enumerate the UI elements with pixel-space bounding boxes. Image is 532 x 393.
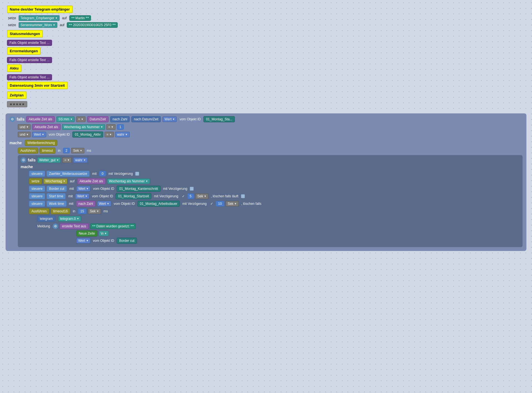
ausfuhren-label-1: Ausführen (18, 148, 38, 154)
label-telegram-empfanger: Name des/der Telegram empfänger (7, 6, 73, 13)
ms-text-2: ms (104, 209, 108, 213)
verzogerung-text-4: mit Verzögerung (182, 202, 206, 206)
auf-text-wochentag: auf (70, 179, 75, 183)
label-datensetzung: Datensetzung 3min vor Startzeit (7, 82, 68, 89)
work-delay-value: 10 (216, 201, 224, 207)
zaehler-block: Zaehler_Wetteraussaetze (46, 171, 90, 177)
falls-objekt-2: Falls Objekt erstelle Text ... (7, 57, 52, 63)
vom-objekt-text-work: vom Objekt ID (114, 202, 135, 206)
timeout-value-1: 2 (63, 148, 70, 153)
stars-block: ★★★★★ (7, 101, 27, 107)
wert-dropdown-meldung[interactable]: Wert (76, 238, 90, 243)
telegram-empfaenger-dropdown[interactable]: Telegram_Empfaenger (19, 15, 60, 21)
check-3: ✓ (182, 194, 185, 198)
inner-falls-header: ⚙ falls Wetter_gut = wahr (21, 157, 520, 163)
timeout16-name: timeout16 (51, 208, 70, 214)
wahr-dropdown-2[interactable]: wahr (73, 157, 88, 163)
verzogerung-text-3: mit Verzögerung (154, 194, 178, 198)
value-0: 0 (99, 171, 106, 176)
verzogerung-checkbox-2[interactable] (190, 187, 194, 191)
wert-dropdown-start[interactable]: Wert (75, 193, 89, 199)
steuere-label-2: steuere (29, 186, 45, 192)
mit-text-1: mit (92, 172, 97, 176)
value-1: 1 (117, 124, 124, 130)
auf-text-2: auf (60, 23, 65, 27)
daten-wurden-gesetzt: ❝❝ Daten wurden gesetzt: ❞❞ (90, 223, 136, 229)
martin-value: ❝❝ Martin ❞❞ (69, 15, 91, 21)
inner-falls-word: falls (28, 158, 36, 162)
eq-dropdown-2[interactable]: = (106, 124, 115, 130)
falls-objekt-3: Falls Objekt erstelle Text ... (7, 74, 52, 80)
label-errormeldungen: Errormeldungen (7, 47, 41, 55)
inner-mache-word: mache (21, 165, 33, 169)
wahr-dropdown-1[interactable]: wahr (115, 132, 130, 137)
in-text-1: in (58, 149, 60, 153)
falls-word: falls (17, 117, 24, 121)
eq-dropdown-1[interactable]: = (76, 116, 85, 122)
label-zeitplan: Zeitplan (7, 91, 26, 99)
wert-dropdown-2[interactable]: Wert (32, 132, 46, 137)
wochentag-format-dropdown[interactable]: Wochentag als Nummer (62, 124, 105, 130)
aktuelle-zeit-label-1: Aktuelle Zeit als (26, 116, 55, 122)
loschen-work: , löschen falls (241, 202, 262, 206)
inner-falls-section: ⚙ falls Wetter_gut = wahr mache steuere … (18, 155, 523, 247)
wert-dropdown-1[interactable]: Wert (162, 116, 177, 122)
label-akku: Akku (7, 64, 21, 72)
start-delay-value: 5 (187, 193, 194, 199)
nach-zahl-1: nach Zahl (110, 116, 130, 122)
obj-id-1: 01_Montag_Sta... (203, 116, 235, 122)
label-statusmeldungen: Statusmeldungen (7, 30, 43, 38)
loschen-checkbox-start[interactable] (241, 194, 245, 198)
seriennummer-value: ❝❝ 2020301993010025 25F0 ❞❞ (67, 22, 117, 28)
eq-dropdown-3[interactable]: = (105, 132, 114, 137)
wert-dropdown-work[interactable]: Wert (97, 201, 111, 207)
steuere-label-1: steuere (29, 171, 45, 177)
eq-dropdown-4[interactable]: = (62, 157, 72, 163)
border-cut-block: Border cut (46, 186, 67, 192)
wochentag-dropdown[interactable]: Wochentag (43, 178, 67, 184)
und-dropdown-1[interactable]: und (18, 124, 31, 130)
vom-objekt-meldung: vom Objekt ID (93, 239, 114, 243)
gear-icon-meldung: ⚙ (53, 223, 58, 229)
ausfuhren-label-2: Ausführen (29, 208, 49, 214)
setze-text-2: setze (8, 23, 16, 27)
gear-icon-falls: ⚙ (9, 116, 15, 122)
wetter-gut-dropdown[interactable]: Wetter_gut (37, 157, 61, 163)
wochentag-nummer-dropdown[interactable]: Wochentag als Nummer (107, 178, 150, 184)
vom-objekt-text-start: vom Objekt ID (92, 194, 113, 198)
mache-word: mache (9, 141, 22, 145)
mit-text-2: mit (69, 187, 74, 191)
sek-dropdown-2[interactable]: Sek (88, 208, 101, 214)
obj-id-startzeit: 01_Montag_Startzeit (115, 193, 151, 199)
main-container: ⚙ falls Aktuelle Zeit als SS:mm = Datum/… (6, 113, 526, 251)
ms-text-1: ms (87, 149, 91, 153)
seriennummer-dropdown[interactable]: Seriennummer_Worx (19, 22, 57, 28)
check-4: ✓ (210, 202, 213, 206)
verzogerung-checkbox-1[interactable] (135, 172, 139, 176)
sek-dropdown-work[interactable]: Sek (226, 201, 239, 207)
in-text-2: in (73, 209, 75, 213)
telegram-dropdown[interactable]: telegram.0 (58, 216, 81, 222)
steuere-label-3: steuere (29, 193, 45, 199)
timeout-name-1: timeout (40, 148, 55, 154)
verzogerung-text-1: mit Verzögerung (109, 172, 133, 176)
verzogerung-text-2: mit Verzögerung (163, 187, 187, 191)
neue-zeile-label: Neue Zeile (76, 230, 97, 237)
obj-id-border-cut: Border cut (117, 238, 137, 244)
work-time-block: Work time (46, 201, 66, 207)
falls-header: ⚙ falls Aktuelle Zeit als SS:mm = Datum/… (9, 116, 523, 122)
obj-id-montag-aktiv: 01_Montag_Aktiv (72, 131, 103, 138)
mit-text-4: mit (69, 202, 73, 206)
setze-label-wochentag: setze (29, 178, 42, 184)
wert-dropdown-border[interactable]: Wert (76, 186, 90, 191)
loschen-start: , löschen falls läuft (211, 194, 238, 198)
sek-dropdown-1[interactable]: Sek (71, 148, 84, 153)
sek-dropdown-start[interactable]: Sek (195, 193, 208, 199)
und-dropdown-2[interactable]: und (18, 132, 31, 137)
nl-dropdown[interactable]: \n (99, 231, 109, 236)
nach-datum-1: nach Datum/Zeit (131, 116, 161, 122)
gear-icon-inner-falls: ⚙ (21, 157, 26, 163)
format-ssm-dropdown[interactable]: SS:mm (56, 116, 75, 122)
auf-text-1: auf (62, 16, 67, 20)
datum-zeit-text: Datum/Zeit (87, 116, 109, 122)
